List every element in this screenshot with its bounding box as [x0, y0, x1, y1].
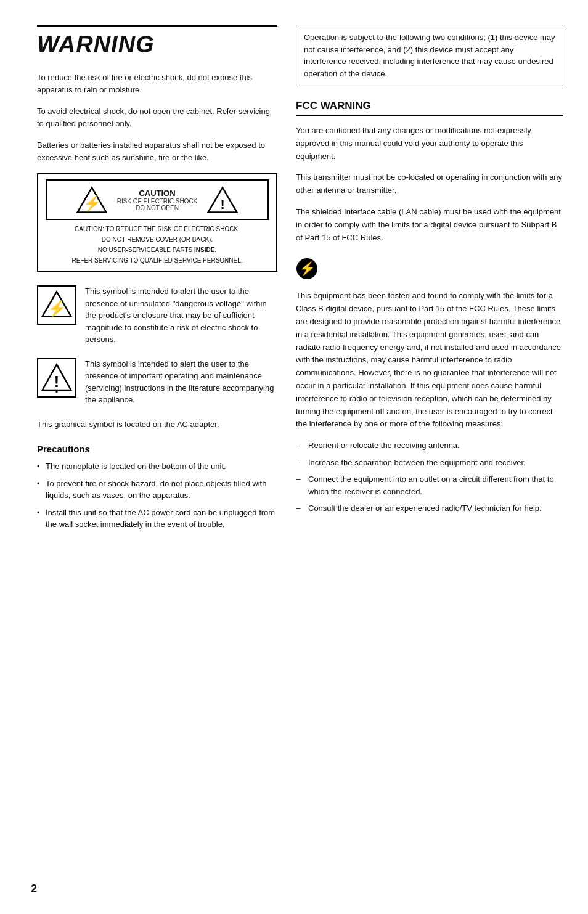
fcc-classb-section: ⚡ This equipment has been tested and fou… [296, 258, 563, 514]
fcc-warning-title: FCC WARNING [296, 100, 563, 116]
fcc-measures-list: Reorient or relocate the receiving anten… [296, 439, 563, 515]
precautions-list: The nameplate is located on the bottom o… [37, 460, 277, 531]
warning-para-2: To avoid electrical shock, do not open t… [37, 105, 277, 129]
lightning-triangle-left-icon: ⚡ [76, 184, 107, 215]
caution-line-2: DO NOT REMOVE COVER (OR BACK). [46, 234, 269, 245]
operation-box: Operation is subject to the following tw… [296, 25, 563, 86]
warning-para-1: To reduce the risk of fire or electric s… [37, 71, 277, 96]
fcc-measure-1: Reorient or relocate the receiving anten… [296, 439, 563, 452]
exclamation-triangle-icon: ! [41, 362, 72, 393]
precautions-title: Precautions [37, 444, 277, 454]
svg-text:⚡: ⚡ [299, 260, 316, 277]
symbol-exclamation-text: This symbol is intended to alert the use… [85, 358, 277, 406]
fcc-measure-4: Consult the dealer or an experienced rad… [296, 502, 563, 515]
caution-text-lines: CAUTION: TO REDUCE THE RISK OF ELECTRIC … [46, 224, 269, 266]
fcc-para-3: The shielded Interface cable (LAN cable)… [296, 206, 563, 244]
symbol-lightning-text: This symbol is intended to alert the use… [85, 285, 277, 346]
fcc-class-b-icon: ⚡ [296, 258, 563, 285]
graphical-note: This graphical symbol is located on the … [37, 418, 277, 431]
lightning-bolt-icon: ⚡ [41, 290, 72, 320]
warning-para-3: Batteries or batteries installed apparat… [37, 139, 277, 163]
precaution-item-1: The nameplate is located on the bottom o… [37, 460, 277, 473]
fcc-classb-text: This equipment has been tested and found… [296, 290, 563, 431]
symbol-row-exclamation: ! This symbol is intended to alert the u… [37, 358, 277, 406]
svg-point-8 [55, 390, 57, 392]
precaution-item-3: Install this unit so that the AC power c… [37, 507, 277, 531]
svg-text:!: ! [221, 197, 225, 212]
precautions-section: Precautions The nameplate is located on … [37, 444, 277, 531]
fcc-warning-section: FCC WARNING You are cautioned that any c… [296, 100, 563, 244]
lightning-symbol-box: ⚡ [37, 285, 76, 325]
page-number: 2 [31, 883, 37, 896]
caution-line-1: CAUTION: TO REDUCE THE RISK OF ELECTRIC … [46, 224, 269, 234]
fcc-measure-3: Connect the equipment into an outlet on … [296, 473, 563, 497]
caution-line-3: NO USER-SERVICEABLE PARTS INSIDE. [46, 245, 269, 255]
warning-title: WARNING [37, 25, 277, 58]
caution-label-block: CAUTION RISK OF ELECTRIC SHOCKDO NOT OPE… [117, 189, 198, 211]
svg-text:!: ! [54, 373, 59, 390]
caution-label: CAUTION [117, 189, 198, 198]
svg-text:⚡: ⚡ [83, 195, 101, 212]
fcc-measure-2: Increase the separation between the equi… [296, 457, 563, 469]
fcc-para-2: This transmitter must not be co-located … [296, 171, 563, 197]
right-column: Operation is subject to the following tw… [296, 25, 563, 877]
fcc-bolt-icon: ⚡ [296, 258, 318, 280]
caution-sub-label: RISK OF ELECTRIC SHOCKDO NOT OPEN [117, 198, 198, 211]
svg-text:⚡: ⚡ [47, 299, 67, 318]
caution-box: ⚡ CAUTION RISK OF ELECTRIC SHOCKDO NOT O… [37, 173, 277, 272]
exclamation-triangle-right-icon: ! [207, 184, 238, 215]
precaution-item-2: To prevent fire or shock hazard, do not … [37, 478, 277, 502]
symbol-row-lightning: ⚡ This symbol is intended to alert the u… [37, 285, 277, 346]
caution-inner-box: ⚡ CAUTION RISK OF ELECTRIC SHOCKDO NOT O… [46, 179, 269, 220]
exclamation-symbol-box: ! [37, 358, 76, 398]
left-column: WARNING To reduce the risk of fire or el… [37, 25, 277, 877]
fcc-para-1: You are cautioned that any changes or mo… [296, 124, 563, 163]
caution-line-4: REFER SERVICING TO QUALIFIED SERVICE PER… [46, 255, 269, 266]
